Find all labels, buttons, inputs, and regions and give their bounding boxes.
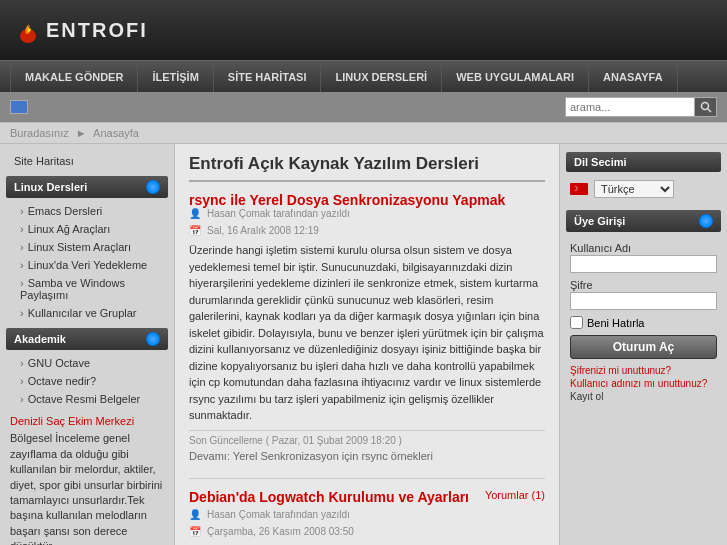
article-2-author: Hasan Çomak tarafından yazıldı: [207, 509, 350, 520]
lang-section-title: Dil Secimi: [566, 152, 721, 172]
login-section-title: Üye Girişi: [566, 210, 721, 232]
search-input[interactable]: [565, 97, 695, 117]
logo-area: ENTROFI: [16, 16, 148, 44]
breadcrumb-bar: Buradasınız ► Anasayfa: [0, 122, 727, 144]
password-input[interactable]: [570, 292, 717, 310]
sidebar-link-octave-nedir[interactable]: Octave nedir?: [6, 372, 168, 390]
sidebar-link-ag[interactable]: Linux Ağ Araçları: [6, 220, 168, 238]
search-button[interactable]: [695, 97, 717, 117]
article-2-date: Çarşamba, 26 Kasım 2008 03:50: [207, 526, 354, 537]
breadcrumb-current: Anasayfa: [93, 127, 139, 139]
sidebar-info-text: Denizli Saç Ekim Merkezi Bölgesel İncele…: [6, 408, 168, 545]
language-select[interactable]: Türkçe English: [594, 180, 674, 198]
breadcrumb-arrow: ►: [76, 127, 87, 139]
article-2-header: Debian'da Logwatch Kurulumu ve Ayarları …: [189, 489, 545, 509]
article-1-author: Hasan Çomak tarafından yazıldı: [207, 208, 350, 219]
login-button[interactable]: Oturum Aç: [570, 335, 717, 359]
search-area: [565, 97, 717, 117]
sidebar-info-body: Bölgesel İnceleme genel zayıflama da old…: [10, 432, 162, 545]
sidebar-link-sistem[interactable]: Linux Sistem Araçları: [6, 238, 168, 256]
sidebar-link-yedekleme[interactable]: Linux'da Veri Yedekleme: [6, 256, 168, 274]
article-1-date-row: 📅 Sal, 16 Aralık 2008 12:19: [189, 225, 545, 236]
article-2-meta: 👤 Hasan Çomak tarafından yazıldı: [189, 509, 545, 520]
nav-item-harita[interactable]: SİTE HARİTASI: [214, 61, 322, 92]
article-2-date-row: 📅 Çarşamba, 26 Kasım 2008 03:50: [189, 526, 545, 537]
lang-row: Türkçe English: [566, 178, 721, 200]
search-icon: [700, 101, 712, 113]
sidebar-section-linux: Linux Dersleri: [6, 176, 168, 198]
nav-item-linux[interactable]: LINUX DERSLERİ: [321, 61, 442, 92]
nav-item-web[interactable]: WEB UYGULAMALARI: [442, 61, 589, 92]
remember-checkbox[interactable]: [570, 316, 583, 329]
calendar-icon: 📅: [189, 225, 201, 236]
lang-section: Dil Secimi Türkçe English: [566, 152, 721, 200]
main-content: Entrofi Açık Kaynak Yazılım Dersleri rsy…: [175, 144, 559, 545]
sidebar-item-site-haritasi[interactable]: Site Haritası: [6, 152, 168, 170]
sidebar-info-link1[interactable]: Denizli Saç Ekim Merkezi: [10, 414, 164, 429]
password-label: Şifre: [570, 279, 717, 291]
calendar-icon-2: 📅: [189, 526, 201, 537]
article-1-body: Üzerinde hangi işletim sistemi kurulu ol…: [189, 242, 545, 424]
user-icon-2: 👤: [189, 509, 201, 520]
svg-line-2: [708, 109, 711, 112]
sidebar-section-akademik: Akademik: [6, 328, 168, 350]
remember-row: Beni Hatırla: [570, 316, 717, 329]
sidebar-link-emacs[interactable]: Emacs Dersleri: [6, 202, 168, 220]
sidebar-link-octave-belgeler[interactable]: Octave Resmi Belgeler: [6, 390, 168, 408]
login-form: Kullanıcı Adı Şifre Beni Hatırla Oturum …: [566, 238, 721, 408]
sub-flag-icon[interactable]: [10, 100, 28, 114]
login-section: Üye Girişi Kullanıcı Adı Şifre Beni Hatı…: [566, 210, 721, 408]
article-1-title[interactable]: rsync ile Yerel Dosya Senkronizasyonu Ya…: [189, 192, 505, 208]
article-1-meta: 👤 Hasan Çomak tarafından yazıldı: [189, 208, 545, 219]
article-1-date: Sal, 16 Aralık 2008 12:19: [207, 225, 319, 236]
article-1-readmore-link[interactable]: Devamı: Yerel Senkronizasyon için rsync …: [189, 450, 433, 462]
main-layout: Site Haritası Linux Dersleri Emacs Dersl…: [0, 144, 727, 545]
nav-item-anasayfa[interactable]: ANASAYFA: [589, 61, 678, 92]
login-info-icon[interactable]: [699, 214, 713, 228]
article-1-readmore: Devamı: Yerel Senkronizasyon için rsync …: [189, 450, 545, 462]
breadcrumb-home: Buradasınız: [10, 127, 69, 139]
article-1-footer: Son Güncelleme ( Pazar, 01 Şubat 2009 18…: [189, 430, 545, 446]
register-link[interactable]: Kayıt ol: [570, 391, 717, 402]
article-2-title[interactable]: Debian'da Logwatch Kurulumu ve Ayarları: [189, 489, 469, 505]
sub-header: [0, 92, 727, 122]
linux-info-icon[interactable]: [146, 180, 160, 194]
article-1: rsync ile Yerel Dosya Senkronizasyonu Ya…: [189, 192, 545, 462]
username-input[interactable]: [570, 255, 717, 273]
forgot-username-link[interactable]: Kullanıcı adınızı mı unuttunuz?: [570, 378, 717, 389]
flag-turkey-icon: [570, 183, 588, 195]
sidebar-link-samba[interactable]: Samba ve Windows Paylaşımı: [6, 274, 168, 304]
left-sidebar: Site Haritası Linux Dersleri Emacs Dersl…: [0, 144, 175, 545]
right-sidebar: Dil Secimi Türkçe English Üye Girişi Kul…: [559, 144, 727, 545]
logo-text: ENTROFI: [46, 19, 148, 42]
nav-bar: MAKALE GÖNDER İLETİŞİM SİTE HARİTASI LIN…: [0, 60, 727, 92]
logo-icon: [16, 16, 40, 44]
top-bar: ENTROFI: [0, 0, 727, 60]
forgot-password-link[interactable]: Şifrenizi mi unuttunuz?: [570, 365, 717, 376]
article-divider: [189, 478, 545, 479]
login-links: Şifrenizi mi unuttunuz? Kullanıcı adınız…: [570, 365, 717, 402]
akademik-info-icon[interactable]: [146, 332, 160, 346]
nav-item-makale[interactable]: MAKALE GÖNDER: [10, 61, 138, 92]
main-page-title: Entrofi Açık Kaynak Yazılım Dersleri: [189, 154, 545, 182]
sidebar-link-gnu-octave[interactable]: GNU Octave: [6, 354, 168, 372]
nav-item-iletisim[interactable]: İLETİŞİM: [138, 61, 213, 92]
remember-label: Beni Hatırla: [587, 317, 644, 329]
user-icon: 👤: [189, 208, 201, 219]
article-2: Debian'da Logwatch Kurulumu ve Ayarları …: [189, 489, 545, 546]
svg-point-1: [701, 103, 708, 110]
sidebar-link-kullanicilar[interactable]: Kullanıcılar ve Gruplar: [6, 304, 168, 322]
article-2-comments[interactable]: Yorumlar (1): [485, 489, 545, 501]
username-label: Kullanıcı Adı: [570, 242, 717, 254]
